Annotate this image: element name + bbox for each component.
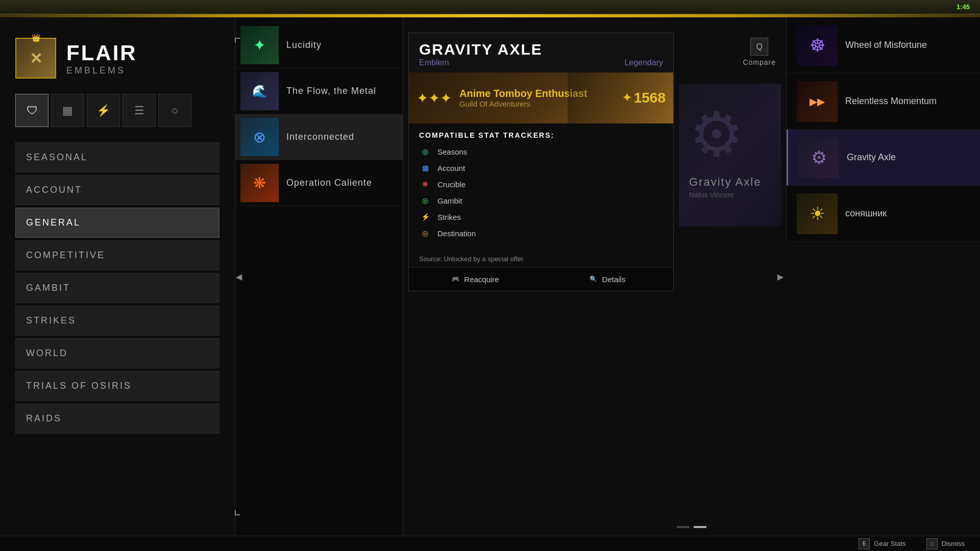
nav-item-trials[interactable]: TRIALS OF OSIRIS	[15, 371, 219, 401]
nav-item-raids[interactable]: RAIDS	[15, 404, 219, 434]
details-icon: 🔍	[589, 274, 598, 284]
banner-power: ✦ 1568	[622, 90, 666, 106]
banner-player-name: Anime Tomboy Enthusiast	[459, 88, 615, 99]
lucidity-label: Lucidity	[286, 40, 322, 51]
ga-name: Gravity Axle	[847, 152, 896, 163]
crown-icon: 👑	[32, 34, 40, 42]
grid-item-rm[interactable]: Relentless Momentum	[787, 73, 980, 130]
bottom-bar: E Gear Stats □ Dismiss	[0, 536, 980, 551]
gear-stats-action[interactable]: E Gear Stats	[859, 538, 905, 549]
page-title: FLAIR	[66, 41, 137, 65]
detail-rarity: Legendary	[624, 58, 663, 67]
scroll-dot-2	[694, 526, 706, 528]
tracker-gambit: ◎ Gambit	[419, 194, 663, 207]
selected-gear-icon: ⚙	[689, 99, 744, 170]
seasons-icon: ◎	[419, 145, 431, 158]
tracker-strikes: ⚡ Strikes	[419, 211, 663, 223]
tab-inventory[interactable]: ☰	[122, 94, 156, 127]
tracker-crucible-label: Crucible	[437, 180, 465, 189]
tab-stats[interactable]: ⚡	[87, 94, 120, 127]
page-subtitle: EMBLEMS	[66, 65, 137, 76]
nav-item-seasonal[interactable]: SEASONAL	[15, 142, 219, 172]
ga-thumb	[798, 137, 839, 178]
emblem-icon: 👑	[15, 38, 56, 79]
stat-trackers: COMPATIBLE STAT TRACKERS: ◎ Seasons ▦ Ac…	[409, 123, 673, 251]
list-item-interconnected[interactable]: Interconnected	[235, 114, 403, 160]
list-item-operation[interactable]: Operation Caliente	[235, 160, 403, 206]
reacquire-button[interactable]: 🎮 Reacquire	[409, 267, 541, 291]
nav-items: SEASONAL ACCOUNT GENERAL COMPETITIVE GAM…	[15, 142, 219, 434]
detail-type: Emblem	[419, 58, 449, 67]
operation-label: Operation Caliente	[286, 178, 372, 188]
top-bar: 1:45	[0, 0, 980, 14]
selected-desc-display: Natus Vincere	[689, 191, 734, 199]
nav-item-general[interactable]: GENERAL	[15, 208, 219, 238]
gear-stats-label: Gear Stats	[874, 540, 905, 547]
selected-name-display: Gravity Axle	[689, 176, 761, 189]
scroll-dot-1	[677, 526, 690, 528]
tracker-strikes-label: Strikes	[437, 213, 461, 221]
scroll-arrow-right[interactable]: ▶	[777, 272, 783, 282]
main-area: 👑 FLAIR EMBLEMS 🛡 ▦ ⚡ ☰ ○ SEASONAL ACCOU…	[0, 17, 980, 536]
gear-stats-key: E	[859, 538, 870, 549]
header-area: 👑 FLAIR EMBLEMS	[15, 38, 219, 79]
list-item-flow[interactable]: The Flow, the Metal	[235, 68, 403, 114]
nav-item-account[interactable]: ACCOUNT	[15, 175, 219, 205]
right-panel: ⚙ Gravity Axle Natus Vincere Q Compare G…	[403, 17, 980, 536]
detail-title: GRAVITY AXLE	[419, 41, 663, 58]
strikes-icon: ⚡	[419, 211, 431, 223]
list-item-lucidity[interactable]: Lucidity	[235, 22, 403, 68]
header-text: FLAIR EMBLEMS	[66, 41, 137, 76]
detail-subtitle-row: Emblem Legendary	[419, 58, 663, 67]
account-icon: ▦	[419, 162, 431, 174]
compare-label: Compare	[743, 58, 776, 66]
crucible-icon: ❋	[419, 178, 431, 190]
tracker-account-label: Account	[437, 164, 465, 172]
source-text: Source: Unlocked by a special offer.	[409, 251, 673, 267]
tab-grid[interactable]: ▦	[51, 94, 84, 127]
interconnected-thumb	[240, 118, 279, 156]
left-sidebar: 👑 FLAIR EMBLEMS 🛡 ▦ ⚡ ☰ ○ SEASONAL ACCOU…	[0, 17, 235, 536]
destination-icon: ◎	[419, 227, 431, 239]
grid-item-wom[interactable]: Wheel of Misfortune	[787, 17, 980, 73]
reacquire-label: Reacquire	[464, 275, 499, 284]
emblem-banner: ✦✦✦ Anime Tomboy Enthusiast Guild Of Adv…	[409, 72, 673, 123]
corner-marker-bl	[235, 510, 240, 515]
tracker-gambit-label: Gambit	[437, 196, 462, 205]
tracker-destination-label: Destination	[437, 229, 476, 238]
tab-character[interactable]: ○	[158, 94, 191, 127]
details-label: Details	[602, 275, 626, 284]
reacquire-icon: 🎮	[451, 274, 460, 284]
scroll-arrow-left[interactable]: ◀	[232, 264, 245, 289]
wom-name: Wheel of Misfortune	[845, 40, 927, 51]
nav-item-strikes[interactable]: STRIKES	[15, 306, 219, 336]
banner-stars-icon: ✦✦✦	[416, 90, 452, 107]
nav-item-world[interactable]: WORLD	[15, 338, 219, 368]
details-button[interactable]: 🔍 Details	[541, 267, 673, 291]
emblem-grid-panel: Wheel of Misfortune Relentless Momentum …	[786, 17, 980, 242]
detail-header: GRAVITY AXLE Emblem Legendary	[409, 33, 673, 72]
system-time: 1:45	[957, 3, 970, 11]
flow-label: The Flow, the Metal	[286, 86, 376, 96]
tracker-seasons: ◎ Seasons	[419, 145, 663, 158]
wom-thumb	[797, 25, 838, 66]
grid-item-ga[interactable]: Gravity Axle	[787, 130, 980, 186]
nav-item-competitive[interactable]: COMPETITIVE	[15, 240, 219, 270]
dismiss-action[interactable]: □ Dismiss	[926, 538, 965, 549]
center-emblem-list[interactable]: Lucidity The Flow, the Metal Interconnec…	[235, 17, 403, 536]
nav-item-gambit[interactable]: GAMBIT	[15, 273, 219, 303]
compare-key: Q	[750, 38, 768, 56]
sun-thumb	[797, 193, 838, 234]
icon-tabs: 🛡 ▦ ⚡ ☰ ○	[15, 94, 219, 127]
compare-button[interactable]: Q Compare	[743, 38, 776, 66]
operation-thumb	[240, 164, 279, 202]
tracker-seasons-label: Seasons	[437, 147, 467, 156]
dismiss-key: □	[926, 538, 938, 549]
rm-thumb	[797, 81, 838, 122]
scroll-indicator	[677, 526, 706, 528]
action-buttons: 🎮 Reacquire 🔍 Details	[409, 267, 673, 291]
grid-item-sun[interactable]: соняшник	[787, 186, 980, 242]
stat-trackers-title: COMPATIBLE STAT TRACKERS:	[419, 131, 663, 139]
tab-emblems[interactable]: 🛡	[15, 94, 48, 127]
interconnected-label: Interconnected	[286, 132, 354, 142]
